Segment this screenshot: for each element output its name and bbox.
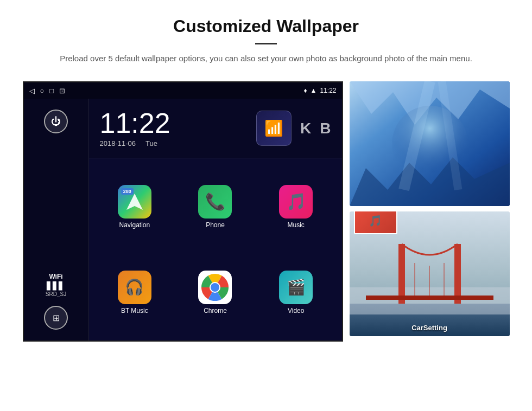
status-left: ◁ ○ □ ⊡: [29, 87, 66, 95]
main-content: 11:22 2018-11-06 Tue 📶 K B: [89, 99, 342, 341]
android-screen: ◁ ○ □ ⊡ ♦ ▲ 11:22 ⏻: [23, 81, 343, 342]
power-button[interactable]: ⏻: [44, 110, 68, 133]
svg-rect-13: [366, 296, 493, 300]
video-icon: 🎬: [279, 271, 313, 304]
k-button[interactable]: K: [300, 120, 311, 137]
svg-marker-0: [126, 194, 143, 210]
title-divider: [255, 43, 277, 44]
video-label: Video: [288, 307, 304, 314]
screen-body: ⏻ WiFi ▋▋▋ SRD_SJ ⊞: [24, 99, 342, 341]
content-area: ◁ ○ □ ⊡ ♦ ▲ 11:22 ⏻: [0, 76, 532, 342]
app-video[interactable]: 🎬 Video: [256, 249, 337, 335]
small-wallpaper-thumb: 🎵: [354, 211, 397, 234]
bt-music-icon: 🎧: [118, 271, 151, 304]
screenshot-icon[interactable]: ⊡: [59, 87, 65, 95]
page-title: Customized Wallpaper: [43, 16, 489, 36]
wifi-label: WiFi: [46, 273, 66, 280]
wifi-ssid: SRD_SJ: [46, 291, 66, 297]
wallpaper-car-setting[interactable]: 🎵 CarSetting: [350, 211, 510, 336]
location-icon: ♦: [303, 87, 307, 94]
header-section: Customized Wallpaper Preload over 5 defa…: [0, 0, 532, 76]
sidebar-bottom: WiFi ▋▋▋ SRD_SJ ⊞: [44, 273, 68, 330]
status-time: 11:22: [320, 87, 336, 94]
svg-point-3: [211, 283, 219, 292]
power-icon: ⏻: [51, 116, 61, 127]
app-navigation[interactable]: 280 Navigation: [94, 164, 175, 249]
left-sidebar: ⏻ WiFi ▋▋▋ SRD_SJ ⊞: [24, 99, 89, 341]
nav-badge: 280: [121, 188, 134, 195]
wifi-bars: ▋▋▋: [46, 281, 66, 290]
ice-cave-bg: [350, 81, 510, 206]
wifi-info: WiFi ▋▋▋ SRD_SJ: [46, 273, 66, 297]
app-music[interactable]: 🎵 Music: [256, 164, 337, 249]
clock-day-value: Tue: [145, 139, 157, 147]
navigation-icon: 280: [118, 185, 151, 219]
recent-icon[interactable]: □: [49, 87, 54, 95]
clock-left: 11:22 2018-11-06 Tue: [100, 109, 170, 147]
sidebar-top: ⏻: [44, 110, 68, 133]
chrome-label: Chrome: [204, 307, 227, 314]
clock-area: 11:22 2018-11-06 Tue 📶 K B: [89, 99, 342, 158]
b-button[interactable]: B: [320, 120, 331, 137]
clock-time: 11:22: [100, 109, 170, 137]
clock-date-value: 2018-11-06: [100, 139, 136, 147]
bt-music-label: BT Music: [121, 307, 148, 314]
app-grid: 280 Navigation 📞: [89, 158, 342, 341]
home-icon[interactable]: ○: [40, 87, 45, 95]
phone-icon: 📞: [198, 185, 232, 219]
wifi-widget-icon: 📶: [264, 119, 283, 137]
phone-label: Phone: [206, 221, 225, 229]
navigation-label: Navigation: [119, 221, 150, 229]
clock-date: 2018-11-06 Tue: [100, 139, 170, 147]
page-description: Preload over 5 default wallpaper options…: [43, 52, 489, 65]
apps-button[interactable]: ⊞: [44, 306, 68, 330]
clock-right: 📶 K B: [256, 111, 331, 146]
status-bar: ◁ ○ □ ⊡ ♦ ▲ 11:22: [24, 82, 342, 99]
app-bt-music[interactable]: 🎧 BT Music: [94, 249, 175, 335]
page: Customized Wallpaper Preload over 5 defa…: [0, 0, 532, 342]
chrome-icon: [198, 271, 232, 304]
apps-icon: ⊞: [53, 313, 60, 323]
wallpaper-ice-cave[interactable]: [350, 81, 510, 206]
back-icon[interactable]: ◁: [29, 87, 35, 95]
car-setting-label: CarSetting: [411, 324, 447, 332]
signal-icon: ▲: [311, 87, 317, 94]
wallpaper-column: 🎵 CarSetting: [350, 81, 510, 342]
app-phone[interactable]: 📞 Phone: [175, 164, 256, 249]
music-label: Music: [287, 221, 304, 229]
status-right: ♦ ▲ 11:22: [303, 87, 336, 94]
music-icon: 🎵: [279, 185, 313, 219]
wifi-widget[interactable]: 📶: [256, 111, 292, 146]
app-chrome[interactable]: Chrome: [175, 249, 256, 335]
